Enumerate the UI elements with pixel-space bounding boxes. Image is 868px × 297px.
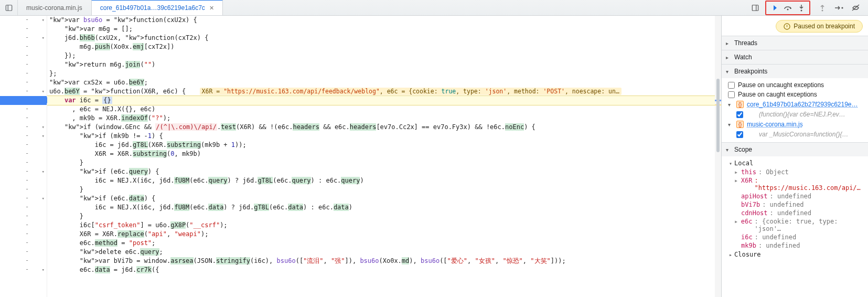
scope-this[interactable]: ▸this: Object <box>726 168 866 176</box>
section-breakpoints[interactable]: Breakpoints <box>722 65 868 78</box>
svg-point-2 <box>787 8 789 10</box>
svg-point-3 <box>801 9 802 11</box>
step-out-icon[interactable] <box>816 2 829 14</box>
scope-e6c[interactable]: ▸e6c: {cookie: true, type: 'json'… <box>726 217 866 233</box>
scrollbar[interactable] <box>715 16 721 297</box>
breakpoint-marker[interactable] <box>0 96 47 105</box>
scope-cdnHost[interactable]: cdnHost: undefined <box>726 209 866 217</box>
pause-caught-checkbox[interactable]: Pause on caught exceptions <box>726 90 866 99</box>
toggle-panel-icon[interactable] <box>748 2 762 14</box>
scope-X6R[interactable]: ▸X6R: "https://music.163.com/api/… <box>726 176 866 192</box>
section-scope[interactable]: Scope <box>722 143 868 156</box>
tab-label: core_61b497b01a…39c6219e1a6c7c <box>100 4 205 12</box>
scope-closure[interactable]: Closure <box>726 250 866 259</box>
svg-rect-0 <box>6 5 12 10</box>
tab-label: music-corona.min.js <box>26 4 82 12</box>
deactivate-breakpoints-icon[interactable] <box>849 2 863 14</box>
svg-rect-1 <box>752 5 758 10</box>
section-watch[interactable]: Watch <box>722 50 868 64</box>
breakpoint-file-1[interactable]: {}core_61b497b01a62b27f2939c6219e… <box>726 99 866 110</box>
breakpoint-entry-2[interactable]: var _MusicCorona=function(){… <box>726 130 866 139</box>
paused-label: Paused on breakpoint <box>794 23 855 30</box>
step-icon[interactable] <box>832 2 846 14</box>
svg-point-4 <box>822 9 823 11</box>
svg-point-5 <box>841 7 843 8</box>
breakpoint-file-2[interactable]: {}music-corona.min.js <box>726 119 866 130</box>
section-threads[interactable]: Threads <box>722 36 868 50</box>
close-icon[interactable]: ✕ <box>209 5 214 12</box>
line-gutter: ▾ ▾ ▾ ▾ ▾ ▾ ▾ ▾ <box>0 16 47 297</box>
tab-bar: music-corona.min.js core_61b497b01a…39c6… <box>0 0 868 16</box>
file-navigator-toggle[interactable] <box>0 0 18 15</box>
scope-bVi7b[interactable]: bVi7b: undefined <box>726 200 866 209</box>
scope-local[interactable]: Local <box>726 158 866 168</box>
debugger-toolbar <box>748 0 868 15</box>
tab-core-active[interactable]: core_61b497b01a…39c6219e1a6c7c ✕ <box>91 0 223 15</box>
resume-icon[interactable] <box>767 2 781 14</box>
scope-i6c[interactable]: i6c: undefined <box>726 233 866 241</box>
step-controls-highlight <box>765 1 810 15</box>
scope-mk9b[interactable]: mk9b: undefined <box>726 241 866 250</box>
scope-apiHost[interactable]: apiHost: undefined <box>726 192 866 200</box>
code-editor[interactable]: "kw">var bsu6o = "kw">function(cxU2x) { … <box>47 16 721 297</box>
paused-status: Paused on breakpoint <box>776 20 863 33</box>
pause-uncaught-checkbox[interactable]: Pause on uncaught exceptions <box>726 80 866 90</box>
breakpoint-entry-1[interactable]: (function(){var c6e=NEJ.P,ev… <box>726 110 866 119</box>
step-over-icon[interactable] <box>781 2 795 14</box>
step-into-icon[interactable] <box>795 2 808 14</box>
debugger-sidebar: Paused on breakpoint Threads Watch Break… <box>721 16 868 297</box>
tab-music-corona[interactable]: music-corona.min.js <box>18 0 91 15</box>
